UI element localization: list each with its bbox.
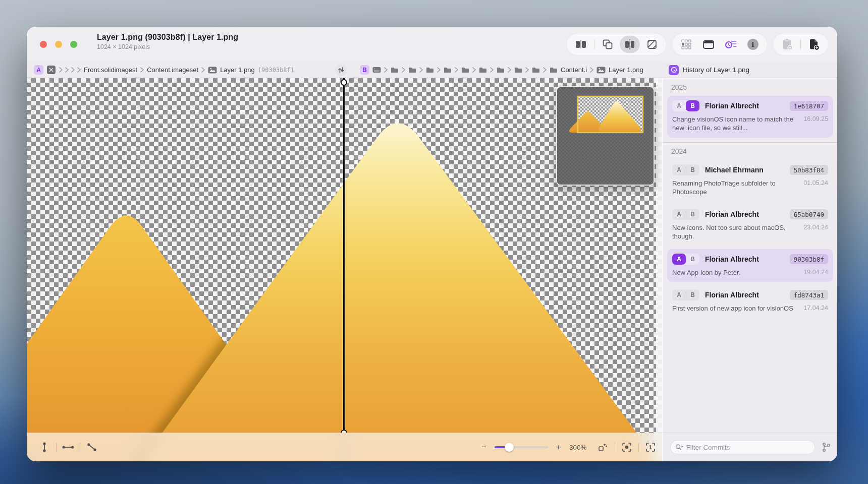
commit-message: Change visionOS icon name to match the n… xyxy=(672,115,799,133)
commit-row[interactable]: A B Florian Albrecht 65ab0740 New icons.… xyxy=(667,204,833,246)
actual-size-button[interactable]: 1 xyxy=(644,441,657,454)
split-horizontal-tool[interactable] xyxy=(62,441,75,454)
side-b-toggle[interactable]: B xyxy=(686,209,699,220)
copy-to-clipboard-button[interactable] xyxy=(777,36,797,53)
chevron-right-icon xyxy=(419,67,423,73)
zoom-in-button[interactable]: + xyxy=(553,442,564,452)
info-button[interactable]: i xyxy=(743,36,763,53)
grid-icon xyxy=(681,39,692,50)
ab-toggle[interactable]: A B xyxy=(672,254,699,265)
commit-row[interactable]: A B Florian Albrecht fd8743a1 First vers… xyxy=(667,285,833,318)
asset-catalog-icon xyxy=(46,65,56,75)
side-a-toggle[interactable]: A xyxy=(672,254,686,265)
commit-date: 16.09.25 xyxy=(799,115,828,133)
commit-author: Florian Albrecht xyxy=(705,291,759,299)
commit-message: First version of new app icon for vision… xyxy=(672,304,799,313)
chevron-right-icon xyxy=(508,67,511,73)
history-header: History of Layer 1.png xyxy=(662,62,837,78)
split-icon xyxy=(624,39,635,50)
history-icon xyxy=(725,39,737,49)
ab-toggle[interactable]: A B xyxy=(672,100,699,111)
side-a-toggle[interactable]: A xyxy=(672,164,686,175)
split-divider[interactable] xyxy=(342,78,345,461)
chevron-right-icon xyxy=(590,67,593,73)
chevron-right-icon xyxy=(402,67,405,73)
scale-to-fill-button[interactable] xyxy=(596,441,610,454)
tool-separator xyxy=(56,443,57,452)
breadcrumb-folder[interactable]: Content.i xyxy=(561,66,587,74)
breadcrumb-file[interactable]: Layer 1.png xyxy=(609,66,643,74)
commit-date: 01.05.24 xyxy=(799,179,828,197)
branch-button[interactable] xyxy=(820,441,832,453)
split-handle-top[interactable] xyxy=(341,79,347,86)
info-icon: i xyxy=(747,38,759,50)
ab-toggle[interactable]: A B xyxy=(672,164,699,175)
folder-chain[interactable] xyxy=(384,67,540,73)
folder-icon xyxy=(550,67,558,73)
canvas-scrollbar[interactable] xyxy=(656,78,662,461)
filter-field[interactable] xyxy=(670,440,815,454)
side-b-toggle[interactable]: B xyxy=(686,100,699,111)
side-b-toggle[interactable]: B xyxy=(686,164,699,175)
breadcrumb-file[interactable]: Layer 1.png xyxy=(220,66,255,74)
ab-toggle[interactable]: A B xyxy=(672,289,699,300)
image-canvas[interactable]: − + 300% xyxy=(27,78,662,461)
clipboard-add-icon xyxy=(782,38,793,50)
history-panel-button[interactable] xyxy=(721,36,741,53)
split-vertical-tool[interactable] xyxy=(38,441,51,454)
filter-commits-input[interactable] xyxy=(686,444,810,451)
history-panel-icon xyxy=(669,65,679,75)
image-file-icon xyxy=(596,67,606,74)
new-document-button[interactable] xyxy=(804,36,824,53)
swap-sides-button[interactable] xyxy=(335,64,347,76)
commit-date: 23.04.24 xyxy=(799,223,828,241)
window-controls xyxy=(40,41,77,48)
zoom-slider-knob[interactable] xyxy=(505,443,514,452)
minimize-button[interactable] xyxy=(55,41,62,48)
navigator-thumbnail[interactable] xyxy=(556,86,655,186)
commit-hash: 50b83f84 xyxy=(790,165,828,175)
changes-grid-button[interactable] xyxy=(676,36,696,53)
breadcrumb-folder[interactable]: Front.solidimagest xyxy=(84,66,137,74)
show-toolbar-button[interactable] xyxy=(698,36,719,53)
two-up-view-button[interactable] xyxy=(571,36,591,53)
side-a-toggle[interactable]: A xyxy=(672,100,686,111)
zoom-out-button[interactable]: − xyxy=(478,442,490,452)
view-mode-group xyxy=(567,33,666,55)
zoom-controls: − + 300% xyxy=(478,433,657,461)
zoom-slider[interactable] xyxy=(495,443,548,452)
path-bar: A Front.solidimagest Content.imageset xyxy=(27,62,837,78)
chevron-right-icon xyxy=(437,67,441,73)
chevron-right-icon xyxy=(455,67,458,73)
breadcrumb-b: B xyxy=(360,62,643,78)
scale-icon xyxy=(598,442,608,452)
year-header: 2025 xyxy=(663,78,837,95)
zoom-button[interactable] xyxy=(70,41,77,48)
history-sidebar: 2025 A B Florian Albrecht 1e618707 Chang… xyxy=(662,78,837,461)
ab-toggle[interactable]: A B xyxy=(672,209,699,220)
commit-message: Renaming PhotoTriage subfolder to Photos… xyxy=(672,179,799,197)
side-b-toggle[interactable]: B xyxy=(686,254,699,265)
commit-row[interactable]: A B Michael Ehrmann 50b83f84 Renaming Ph… xyxy=(667,160,833,202)
breadcrumb-hash: (90303b8f) xyxy=(258,67,294,74)
commit-row[interactable]: A B Florian Albrecht 1e618707 Change vis… xyxy=(667,96,833,138)
commit-author: Michael Ehrmann xyxy=(705,166,764,174)
side-a-toggle[interactable]: A xyxy=(672,209,686,220)
split-view-button[interactable] xyxy=(620,36,640,53)
zoom-to-fit-button[interactable] xyxy=(620,441,633,454)
year-header: 2024 xyxy=(663,142,837,159)
breadcrumb-folder[interactable]: Content.imageset xyxy=(147,66,198,74)
split-diagonal-tool[interactable] xyxy=(85,441,98,454)
drive-icon xyxy=(372,67,381,73)
commit-row[interactable]: A B Florian Albrecht 90303b8f New App Ic… xyxy=(667,249,833,282)
side-b-toggle[interactable]: B xyxy=(686,289,699,300)
close-button[interactable] xyxy=(40,41,47,48)
side-a-toggle[interactable]: A xyxy=(672,289,686,300)
difference-icon xyxy=(647,39,657,49)
chevron-right-icon xyxy=(525,67,529,73)
folder-icon xyxy=(497,67,505,73)
difference-view-button[interactable] xyxy=(642,36,662,53)
collapsed-chevrons[interactable] xyxy=(59,67,81,73)
canvas-status-bar: − + 300% xyxy=(27,433,662,461)
overlay-view-button[interactable] xyxy=(598,36,618,53)
